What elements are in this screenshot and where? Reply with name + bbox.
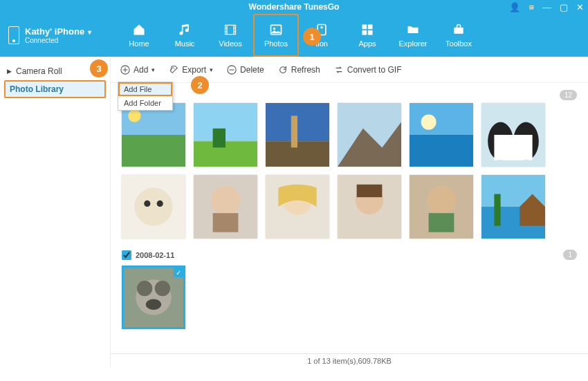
toolbar: Add ▾ Export ▾ Delete Refresh: [111, 57, 588, 83]
section-count: 1: [563, 250, 577, 260]
svg-rect-7: [368, 30, 373, 35]
photo-thumb[interactable]: [122, 103, 185, 167]
refresh-label: Refresh: [291, 65, 320, 75]
chevron-down-icon: ▾: [151, 66, 155, 73]
svg-rect-16: [213, 129, 226, 148]
photo-thumb[interactable]: [410, 175, 473, 239]
export-button[interactable]: Export ▾: [169, 65, 213, 75]
menu-icon[interactable]: ≡: [529, 2, 534, 12]
callout-3: 3: [90, 59, 108, 77]
folder-icon: [406, 23, 420, 37]
convert-label: Convert to GIF: [347, 65, 402, 75]
svg-rect-22: [410, 103, 473, 135]
svg-point-30: [134, 187, 172, 225]
check-icon: ✓: [174, 268, 183, 277]
add-label: Add: [134, 65, 148, 75]
header: Kathy' iPhone ▾ Connected Home Music Vid…: [0, 14, 588, 57]
tab-photos[interactable]: Photos: [253, 14, 299, 57]
video-icon: [223, 23, 237, 37]
tab-label: Toolbox: [445, 39, 472, 48]
photo-thumb[interactable]: [338, 103, 401, 167]
tab-home[interactable]: Home: [116, 14, 162, 57]
convert-icon: [334, 65, 344, 75]
tab-label: Apps: [358, 39, 376, 48]
content: Add ▾ Export ▾ Delete Refresh: [111, 57, 588, 367]
convert-button[interactable]: Convert to GIF: [334, 65, 402, 75]
svg-point-50: [137, 281, 152, 296]
svg-point-42: [427, 186, 456, 215]
tab-videos[interactable]: Videos: [208, 14, 253, 57]
svg-point-13: [128, 109, 140, 122]
refresh-button[interactable]: Refresh: [278, 65, 320, 75]
photo-thumb[interactable]: [194, 175, 257, 239]
tab-toolbox[interactable]: Toolbox: [436, 14, 481, 57]
svg-point-52: [146, 299, 161, 310]
svg-rect-8: [454, 28, 463, 34]
close-icon[interactable]: ✕: [576, 2, 584, 12]
svg-point-1: [273, 28, 275, 30]
photo-grid: ✓: [122, 266, 577, 329]
export-icon: [169, 65, 178, 75]
refresh-icon: [278, 65, 288, 75]
svg-point-3: [320, 26, 322, 28]
photo-thumb[interactable]: [122, 175, 185, 239]
section-label: 2008-02-11: [136, 251, 174, 259]
svg-rect-43: [429, 213, 454, 232]
delete-button[interactable]: Delete: [227, 65, 264, 75]
svg-point-34: [211, 186, 240, 215]
sidebar-item-photo-library[interactable]: Photo Library: [4, 80, 106, 98]
add-button[interactable]: Add ▾: [120, 65, 155, 75]
plus-circle-icon: [120, 65, 130, 75]
add-folder-item[interactable]: Add Folder: [118, 96, 172, 110]
add-dropdown: Add File Add Folder: [118, 82, 173, 111]
photo-thumb[interactable]: [481, 175, 545, 239]
music-icon: [178, 23, 192, 37]
toolbox-icon: [452, 23, 466, 37]
svg-rect-47: [494, 194, 500, 226]
device-block[interactable]: Kathy' iPhone ▾ Connected: [8, 26, 112, 44]
max-icon[interactable]: ▢: [560, 2, 568, 12]
sidebar-item-label: Photo Library: [10, 84, 64, 94]
home-icon: [132, 23, 146, 37]
svg-rect-4: [362, 25, 367, 30]
photo-grid: [122, 103, 577, 239]
tab-label: Photos: [264, 39, 288, 48]
photo-thumb[interactable]: [481, 103, 545, 167]
add-file-item[interactable]: Add File: [118, 82, 172, 96]
photo-thumb[interactable]: [410, 103, 473, 167]
minus-circle-icon: [227, 65, 237, 75]
user-icon[interactable]: 👤: [509, 2, 520, 12]
chevron-down-icon: ▾: [210, 66, 213, 73]
status-text: 1 of 13 item(s),609.78KB: [307, 357, 392, 365]
sidebar: ▶ Camera Roll Photo Library: [0, 57, 111, 367]
main: ▶ Camera Roll Photo Library Add ▾ Export…: [0, 57, 588, 367]
svg-point-24: [421, 115, 437, 130]
statusbar: 1 of 13 item(s),609.78KB: [111, 353, 588, 367]
tab-label: Music: [175, 39, 195, 48]
tab-label: Home: [129, 39, 149, 48]
min-icon[interactable]: —: [542, 2, 551, 12]
photo-thumb[interactable]: [266, 103, 329, 167]
section-checkbox[interactable]: [122, 250, 131, 260]
photo-thumb[interactable]: [266, 175, 329, 239]
app-title: Wondershare TunesGo: [0, 2, 588, 12]
gallery: 12 2008-02-11: [111, 83, 588, 353]
svg-rect-40: [357, 185, 383, 197]
svg-rect-28: [494, 135, 532, 160]
svg-rect-6: [362, 30, 367, 35]
svg-rect-35: [213, 213, 239, 232]
callout-1: 1: [303, 28, 321, 46]
section-count: 12: [560, 90, 577, 100]
expand-icon: ▶: [7, 68, 12, 75]
phone-icon: [8, 26, 19, 44]
svg-rect-5: [368, 25, 373, 30]
svg-rect-19: [291, 115, 297, 147]
tab-explorer[interactable]: Explorer: [390, 14, 436, 57]
export-label: Export: [182, 65, 206, 75]
tab-music[interactable]: Music: [162, 14, 208, 57]
tab-apps[interactable]: Apps: [344, 14, 390, 57]
device-name: Kathy' iPhone: [25, 26, 84, 37]
photo-thumb[interactable]: [194, 103, 257, 167]
photo-thumb[interactable]: [338, 175, 401, 239]
photo-thumb[interactable]: ✓: [122, 266, 185, 329]
